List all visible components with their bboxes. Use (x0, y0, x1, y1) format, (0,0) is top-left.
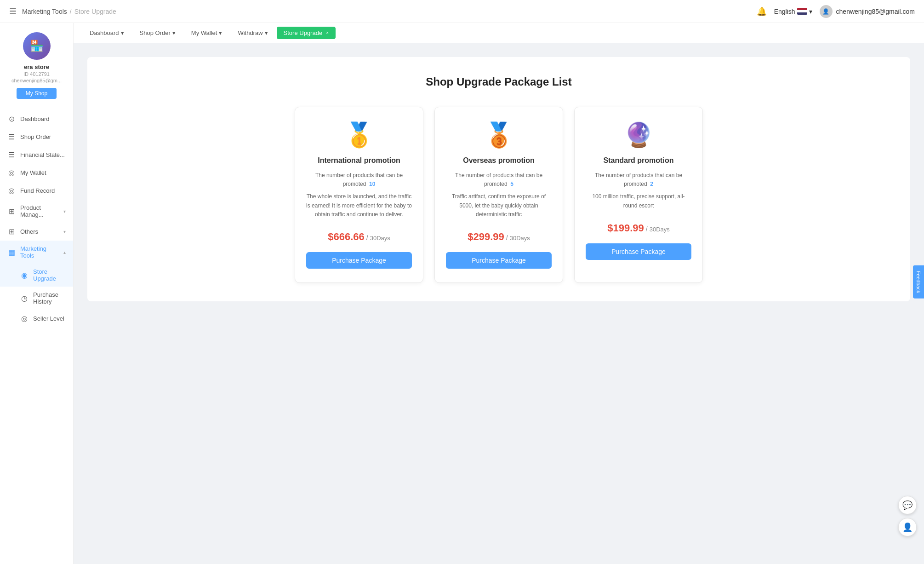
sidebar-item-label: Dashboard (20, 115, 50, 122)
sidebar-item-purchase-history[interactable]: ◷ Purchase History (0, 287, 73, 310)
price-sep-icon: / (506, 234, 508, 242)
tab-dashboard[interactable]: Dashboard ▾ (83, 27, 131, 39)
marketing-icon: ▦ (7, 248, 16, 257)
package-desc-1-standard: The number of products that can be promo… (586, 171, 691, 189)
shop-order-icon: ☰ (7, 132, 16, 141)
purchase-history-icon: ◷ (20, 294, 29, 303)
sub-nav: Dashboard ▾ Shop Order ▾ My Wallet ▾ Wit… (74, 23, 924, 43)
sidebar-item-fund-record[interactable]: ◎ Fund Record (0, 182, 73, 200)
package-desc-2-standard: 100 million traffic, precise support, al… (586, 192, 691, 210)
my-shop-button[interactable]: My Shop (17, 88, 57, 99)
tab-close-icon[interactable]: × (326, 30, 329, 35)
store-upgrade-icon: ◉ (20, 271, 29, 280)
package-price-row-standard: $199.99 / 30Days (607, 222, 670, 234)
avatar: 🏪 (23, 32, 51, 60)
tab-label: Dashboard (90, 29, 119, 36)
package-desc-2-international: The whole store is launched, and the tra… (306, 192, 412, 219)
breadcrumb-home[interactable]: Marketing Tools (22, 8, 67, 15)
promoted-count-standard: 2 (650, 181, 653, 187)
financial-icon: ☰ (7, 150, 16, 159)
sidebar-item-shop-order[interactable]: ☰ Shop Order (0, 128, 73, 146)
avatar-image: 🏪 (30, 40, 44, 52)
price-sep-icon: / (366, 234, 368, 242)
package-name-overseas: Overseas promotion (463, 156, 535, 165)
package-desc-1-international: The number of products that can be promo… (306, 171, 412, 189)
promoted-count-overseas: 5 (510, 181, 513, 187)
sidebar-item-my-wallet[interactable]: ◎ My Wallet (0, 164, 73, 182)
marketing-submenu: ◉ Store Upgrade ◷ Purchase History ◎ Sel… (0, 264, 73, 328)
expand-arrow-icon: ▾ (63, 209, 66, 214)
hamburger-icon[interactable]: ☰ (9, 6, 17, 17)
package-card-overseas: 🥉 Overseas promotion The number of produ… (434, 107, 563, 283)
language-selector[interactable]: English ▾ (774, 8, 812, 15)
page-title: Shop Upgrade Package List (101, 75, 896, 88)
sidebar-item-dashboard[interactable]: ⊙ Dashboard (0, 110, 73, 128)
package-price-row-overseas: $299.99 / 30Days (468, 231, 530, 243)
floating-actions: 💬 👤 (898, 496, 917, 536)
chat-fab-button[interactable]: 💬 (898, 496, 917, 514)
sidebar: 🏪 era store ID 4012791 chenwenjing85@gm.… (0, 23, 74, 564)
collapse-arrow-icon: ▴ (63, 250, 66, 255)
feedback-hint[interactable]: Feedback (913, 265, 924, 299)
tab-store-upgrade[interactable]: Store Upgrade × (277, 27, 336, 39)
tab-my-wallet[interactable]: My Wallet ▾ (184, 27, 229, 39)
store-id: ID 4012791 (23, 71, 50, 77)
sidebar-item-label: Product Manag... (20, 204, 59, 218)
tab-arrow-icon: ▾ (219, 29, 222, 36)
sidebar-item-label: Shop Order (20, 133, 51, 140)
others-icon: ⊞ (7, 227, 16, 236)
sidebar-item-label: Purchase History (33, 291, 66, 305)
main-content: Shop Upgrade Package List 🥇 Internationa… (74, 43, 924, 564)
package-icon-standard: 🔮 (624, 121, 654, 149)
sidebar-item-label: Seller Level (33, 315, 64, 322)
breadcrumb-current: Store Upgrade (74, 8, 116, 15)
store-name: era store (24, 63, 49, 70)
dashboard-icon: ⊙ (7, 115, 16, 123)
sidebar-menu: ⊙ Dashboard ☰ Shop Order ☰ Financial Sta… (0, 106, 73, 331)
user-info[interactable]: 👤 chenwenjing85@gmail.com (820, 5, 915, 18)
sidebar-item-marketing-tools[interactable]: ▦ Marketing Tools ▴ (0, 241, 73, 264)
breadcrumb-sep: / (70, 8, 72, 15)
package-price-row-international: $666.66 / 30Days (328, 231, 390, 243)
top-header: ☰ Marketing Tools / Store Upgrade 🔔 Engl… (0, 0, 924, 23)
sidebar-item-label: My Wallet (20, 169, 46, 176)
fund-icon: ◎ (7, 186, 16, 195)
store-email: chenwenjing85@gm... (11, 78, 62, 83)
purchase-btn-standard[interactable]: Purchase Package (586, 243, 691, 260)
header-right: 🔔 English ▾ 👤 chenwenjing85@gmail.com (757, 5, 915, 18)
wallet-icon: ◎ (7, 168, 16, 177)
sidebar-item-others[interactable]: ⊞ Others ▾ (0, 223, 73, 241)
tab-label: Withdraw (238, 29, 262, 36)
language-label: English (774, 8, 795, 15)
package-price-international: $666.66 (328, 231, 365, 243)
package-price-standard: $199.99 (607, 222, 644, 234)
product-icon: ⊞ (7, 207, 16, 216)
user-avatar: 👤 (820, 5, 833, 18)
tab-withdraw[interactable]: Withdraw ▾ (231, 27, 274, 39)
purchase-btn-international[interactable]: Purchase Package (306, 252, 412, 269)
promoted-count-international: 10 (369, 181, 375, 187)
tab-arrow-icon: ▾ (172, 29, 176, 36)
package-price-overseas: $299.99 (468, 231, 504, 243)
purchase-btn-overseas[interactable]: Purchase Package (446, 252, 552, 269)
lang-dropdown-icon: ▾ (809, 8, 812, 15)
sidebar-item-label: Others (20, 228, 38, 235)
tab-shop-order[interactable]: Shop Order ▾ (133, 27, 183, 39)
page-container: Shop Upgrade Package List 🥇 Internationa… (87, 57, 910, 301)
sidebar-item-label: Store Upgrade (33, 268, 66, 282)
price-period-overseas: 30Days (510, 235, 530, 242)
sidebar-item-seller-level[interactable]: ◎ Seller Level (0, 310, 73, 328)
user-fab-button[interactable]: 👤 (898, 518, 917, 536)
sidebar-item-financial-state[interactable]: ☰ Financial State... (0, 146, 73, 164)
notification-bell-icon[interactable]: 🔔 (757, 6, 767, 17)
package-name-international: International promotion (318, 156, 400, 165)
user-email: chenwenjing85@gmail.com (836, 8, 915, 15)
package-card-standard: 🔮 Standard promotion The number of produ… (574, 107, 703, 283)
price-period-standard: 30Days (650, 226, 670, 233)
sidebar-item-label: Marketing Tools (20, 245, 59, 259)
packages-grid: 🥇 International promotion The number of … (101, 107, 896, 283)
price-sep-icon: / (646, 225, 648, 233)
sidebar-item-store-upgrade[interactable]: ◉ Store Upgrade (0, 264, 73, 287)
sidebar-profile: 🏪 era store ID 4012791 chenwenjing85@gm.… (0, 23, 73, 106)
sidebar-item-product-manage[interactable]: ⊞ Product Manag... ▾ (0, 200, 73, 223)
